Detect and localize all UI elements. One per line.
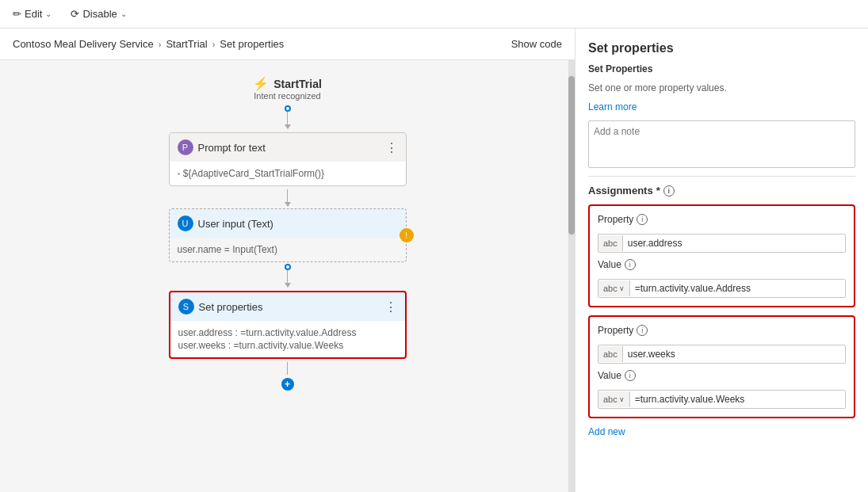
edit-icon: ✏: [13, 8, 21, 20]
flow-arrowhead-3: [285, 283, 291, 288]
toolbar: ✏ Edit ⌄ ⟳ Disable ⌄: [0, 0, 868, 29]
canvas-area: Contoso Meal Delivery Service › StartTri…: [0, 29, 575, 492]
prompt-for-text-card[interactable]: P Prompt for text ⋮ - ${AdaptiveCard_Sta…: [169, 132, 407, 186]
flow-line-3: [287, 270, 288, 283]
property-label-1: Property i: [598, 214, 846, 225]
breadcrumb-sep-1: ›: [159, 40, 162, 49]
breadcrumb: Contoso Meal Delivery Service › StartTri…: [13, 38, 284, 50]
start-node-subtitle: Intent recognized: [254, 91, 320, 101]
edit-chevron-icon: ⌄: [45, 10, 52, 18]
property-input-1[interactable]: [623, 235, 845, 252]
property-prefix-1: abc: [598, 235, 623, 251]
flow-arrowhead-2: [285, 202, 291, 207]
orange-dot-connector: !: [400, 228, 414, 242]
note-textarea[interactable]: [588, 120, 855, 168]
assignments-info-icon: i: [663, 185, 675, 196]
panel-description: Set one or more property values.: [588, 82, 855, 93]
canvas-scrollbar[interactable]: [568, 60, 575, 492]
property-info-icon-1: i: [637, 214, 648, 225]
set-properties-card[interactable]: S Set properties ⋮ user.address : =turn.…: [169, 291, 407, 359]
disable-button[interactable]: ⟳ Disable ⌄: [67, 6, 129, 21]
set-props-title: S Set properties: [178, 299, 263, 315]
assignments-label: Assignments * i: [588, 185, 855, 196]
value-prefix-1[interactable]: abc ∨: [598, 280, 630, 296]
prompt-card-body-text: - ${AdaptiveCard_StartTrialForm()}: [178, 168, 325, 179]
prompt-card-title: P Prompt for text: [178, 139, 266, 155]
breadcrumb-node: Set properties: [220, 38, 284, 50]
property-input-row-2: abc: [598, 345, 846, 364]
value-info-icon-2: i: [625, 370, 636, 381]
disable-label: Disable: [82, 8, 117, 20]
flow-dot-1: [285, 105, 291, 112]
prompt-card-icon: P: [178, 139, 193, 155]
set-props-line-1: user.address : =turn.activity.value.Addr…: [178, 327, 397, 338]
flow-line-2: [287, 189, 288, 202]
set-props-body: user.address : =turn.activity.value.Addr…: [170, 321, 405, 357]
user-input-label: User input (Text): [198, 218, 273, 230]
edit-label: Edit: [25, 8, 42, 20]
panel-title: Set properties: [588, 41, 855, 55]
property-input-row-1: abc: [598, 234, 846, 253]
assignment-block-2: Property i abc Value i abc ∨: [588, 315, 855, 418]
flow-dot-3: [285, 264, 291, 270]
property-label-2: Property i: [598, 325, 846, 336]
flow-arrow-4: [287, 362, 288, 375]
user-input-header: U User input (Text): [170, 209, 406, 238]
set-props-header: S Set properties ⋮: [170, 292, 405, 321]
flow-arrow-1: [285, 105, 291, 129]
user-input-card[interactable]: U User input (Text) user.name = Input(Te…: [169, 208, 407, 262]
disable-icon: ⟳: [71, 8, 79, 20]
prompt-card-more-button[interactable]: ⋮: [385, 140, 398, 155]
assignments-text: Assignments: [588, 185, 653, 196]
set-props-more-button[interactable]: ⋮: [384, 299, 397, 315]
divider-1: [588, 176, 855, 177]
canvas-scrollbar-thumb: [568, 76, 575, 235]
show-code-button[interactable]: Show code: [511, 38, 562, 50]
value-prefix-2[interactable]: abc ∨: [598, 391, 630, 407]
value-dropdown-arrow-1: ∨: [619, 284, 625, 292]
value-dropdown-2[interactable]: abc ∨: [598, 390, 846, 409]
breadcrumb-sep-2: ›: [212, 40, 216, 49]
property-prefix-2: abc: [598, 346, 623, 362]
assignment-block-1: Property i abc Value i abc ∨: [588, 204, 855, 307]
value-dropdown-arrow-2: ∨: [619, 395, 625, 403]
flow-arrowhead-1: [285, 124, 291, 129]
value-label-2: Value i: [598, 370, 846, 381]
property-input-2[interactable]: [623, 345, 845, 363]
flow-line-4: [287, 362, 288, 375]
main-area: Contoso Meal Delivery Service › StartTri…: [0, 29, 868, 492]
right-panel: Set properties Set Properties Set one or…: [575, 29, 868, 492]
value-dropdown-1[interactable]: abc ∨: [598, 279, 846, 298]
prompt-card-label: Prompt for text: [198, 142, 266, 154]
breadcrumb-bar: Contoso Meal Delivery Service › StartTri…: [0, 29, 575, 60]
user-input-body-text: user.name = Input(Text): [178, 244, 277, 255]
value-input-2[interactable]: [630, 391, 845, 408]
edit-button[interactable]: ✏ Edit ⌄: [10, 6, 55, 21]
property-info-icon-2: i: [637, 325, 648, 336]
breadcrumb-app[interactable]: Contoso Meal Delivery Service: [13, 38, 154, 50]
value-label-1: Value i: [598, 259, 846, 270]
user-input-title: U User input (Text): [178, 215, 273, 231]
prompt-card-header: P Prompt for text ⋮: [170, 133, 406, 162]
breadcrumb-flow[interactable]: StartTrial: [166, 38, 207, 50]
user-input-body: user.name = Input(Text): [170, 238, 406, 261]
prompt-card-body: - ${AdaptiveCard_StartTrialForm()}: [170, 162, 406, 185]
flow-arrow-3: [285, 264, 291, 288]
set-props-label: Set properties: [199, 301, 263, 313]
set-props-line-2: user.weeks : =turn.activity.value.Weeks: [178, 340, 397, 351]
canvas: ⚡ StartTrial Intent recognized P: [0, 60, 575, 492]
learn-more-link[interactable]: Learn more: [588, 101, 855, 113]
value-input-1[interactable]: [630, 280, 845, 297]
canvas-inner: ⚡ StartTrial Intent recognized P: [0, 60, 575, 456]
start-node-container: ⚡ StartTrial Intent recognized: [253, 76, 322, 101]
flow-line-1: [287, 112, 288, 124]
start-node[interactable]: ⚡ StartTrial: [253, 76, 322, 91]
plus-connector[interactable]: +: [281, 378, 294, 391]
panel-subtitle: Set Properties: [588, 63, 855, 74]
value-info-icon-1: i: [625, 259, 636, 270]
set-props-icon: S: [178, 299, 194, 315]
add-new-link[interactable]: Add new: [588, 426, 625, 437]
user-input-icon: U: [178, 215, 193, 231]
disable-chevron-icon: ⌄: [120, 10, 127, 18]
start-node-label: StartTrial: [273, 78, 322, 90]
